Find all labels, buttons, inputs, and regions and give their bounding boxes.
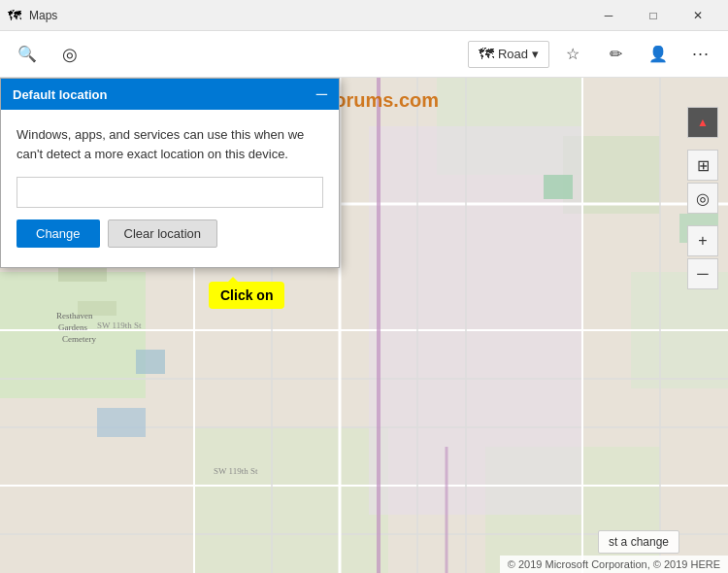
title-bar-left: 🗺 Maps <box>8 8 57 23</box>
zoom-in-button[interactable]: + <box>687 225 718 256</box>
app-icon: 🗺 <box>8 8 21 23</box>
dialog-buttons: Change Clear location <box>17 219 323 248</box>
dialog-title: Default location <box>13 87 108 102</box>
location-button[interactable]: ◎ <box>50 35 89 74</box>
svg-text:SW 119th St: SW 119th St <box>97 320 142 330</box>
zoom-out-button[interactable]: ─ <box>687 258 718 289</box>
compass-button[interactable]: ▲ <box>687 107 718 138</box>
svg-rect-5 <box>194 427 388 573</box>
favorites-button[interactable]: ☆ <box>553 35 592 74</box>
location-icon: ◎ <box>62 44 78 65</box>
road-dropdown-arrow: ▾ <box>532 47 539 61</box>
toolbar-left: 🔍 ◎ <box>8 35 89 74</box>
svg-rect-28 <box>544 175 573 199</box>
layers-icon: ⊞ <box>697 156 710 175</box>
person-icon: 👤 <box>648 45 668 63</box>
app-title: Maps <box>29 9 57 22</box>
clear-location-button[interactable]: Clear location <box>108 219 218 248</box>
zoom-in-icon: + <box>698 232 707 250</box>
map-controls: ▲ ⊞ ◎ + ─ <box>687 107 718 289</box>
copyright-text: © 2019 Microsoft Corporation, © 2019 HER… <box>508 558 720 570</box>
svg-text:Cemetery: Cemetery <box>62 334 96 344</box>
title-bar: 🗺 Maps ─ □ ✕ <box>0 0 728 31</box>
app-toolbar: 🔍 ◎ Default location ✕ 🗺 Road ▾ ☆ ✏ 👤 ··… <box>0 31 728 78</box>
minimize-button[interactable]: ─ <box>586 0 631 31</box>
change-button[interactable]: Change <box>17 219 100 248</box>
title-bar-controls: ─ □ ✕ <box>586 0 720 31</box>
dialog-body: Windows, apps, and services can use this… <box>1 110 339 267</box>
suggest-change-text: st a change <box>609 535 669 549</box>
svg-text:Gardens: Gardens <box>58 322 87 332</box>
locate-button[interactable]: ◎ <box>687 183 718 214</box>
map-container: SW 119th St SW 119th St N Santa Fe Ave R… <box>0 78 728 573</box>
maximize-button[interactable]: □ <box>631 0 676 31</box>
svg-rect-27 <box>97 408 146 437</box>
dialog-minimize-button[interactable]: ─ <box>316 86 327 102</box>
more-button[interactable]: ··· <box>681 35 720 74</box>
dialog-input-row <box>17 177 323 208</box>
copyright-bar: © 2019 Microsoft Corporation, © 2019 HER… <box>500 556 728 573</box>
close-button[interactable]: ✕ <box>676 0 720 31</box>
road-label: Road <box>498 47 528 61</box>
star-icon: ☆ <box>566 45 579 63</box>
compass-icon: ▲ <box>697 116 709 129</box>
zoom-out-icon: ─ <box>697 265 708 283</box>
search-icon: 🔍 <box>17 45 37 63</box>
pen-button[interactable]: ✏ <box>596 35 635 74</box>
pen-icon: ✏ <box>610 45 622 63</box>
more-icon: ··· <box>692 44 710 64</box>
road-dropdown[interactable]: 🗺 Road ▾ <box>468 41 549 68</box>
dialog-description: Windows, apps, and services can use this… <box>17 125 323 163</box>
svg-text:SW 119th St: SW 119th St <box>214 466 258 476</box>
svg-rect-26 <box>136 350 165 374</box>
svg-text:Resthaven: Resthaven <box>56 311 93 320</box>
locate-icon: ◎ <box>696 189 710 208</box>
suggest-change-button[interactable]: st a change <box>598 530 679 554</box>
toolbar-right: 🗺 Road ▾ ☆ ✏ 👤 ··· <box>468 35 720 74</box>
road-icon: 🗺 <box>479 46 494 63</box>
default-location-dialog: Default location ─ Windows, apps, and se… <box>0 78 340 268</box>
location-input[interactable] <box>17 177 323 208</box>
layers-button[interactable]: ⊞ <box>687 150 718 181</box>
profile-button[interactable]: 👤 <box>639 35 678 74</box>
dialog-header: Default location ─ <box>1 79 339 110</box>
search-button[interactable]: 🔍 <box>8 35 47 74</box>
